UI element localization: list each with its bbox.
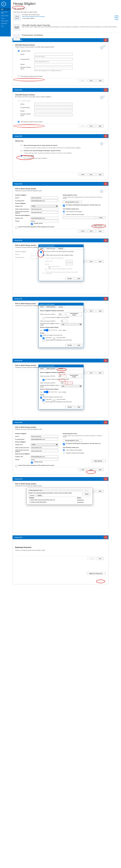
radio-existing-datafile[interactable]: [63, 214, 65, 215]
nav-item-options[interactable]: Seçenekler: [0, 22, 11, 25]
next-button[interactable]: İleri >: [88, 310, 96, 312]
checkbox-remember-password[interactable]: [31, 462, 33, 464]
checkbox-smtp-auth[interactable]: [40, 251, 42, 253]
next-button[interactable]: İleri >: [88, 79, 96, 82]
add-account-pill[interactable]: Hesap Ekle: [13, 7, 26, 10]
checkbox-remove-after-days[interactable]: [42, 337, 44, 339]
radio-exchange[interactable]: [21, 145, 23, 146]
input-name[interactable]: [34, 53, 72, 56]
cancel-button[interactable]: İptal: [97, 468, 104, 471]
radio-activesync[interactable]: [21, 150, 23, 152]
back-button[interactable]: < Geri: [78, 173, 87, 176]
ok-button[interactable]: Tamam: [65, 344, 74, 346]
nav-item-office-account[interactable]: Office Hesabı: [0, 14, 11, 17]
input-password[interactable]: [31, 220, 58, 222]
input-name[interactable]: [31, 196, 58, 199]
next-button[interactable]: İleri >: [88, 173, 96, 176]
input-pop-port[interactable]: [59, 313, 65, 315]
checkbox-auto-test[interactable]: [63, 205, 65, 207]
tab-outgoing[interactable]: Giden Sunucusu: [45, 367, 57, 370]
auto-replies-button[interactable]: Otomatik Yanıtlar: [13, 24, 20, 31]
next-button[interactable]: İleri >: [88, 230, 96, 232]
close-button[interactable]: [103, 477, 108, 480]
slider-timeout[interactable]: [43, 329, 57, 332]
tab-tasks[interactable]: Görevler: [28, 494, 36, 497]
input-smtp-port[interactable]: [61, 381, 68, 384]
input-email[interactable]: [34, 58, 72, 61]
checkbox-spa[interactable]: [15, 226, 17, 228]
input-remove-days[interactable]: [53, 337, 56, 339]
cancel-button[interactable]: İptal: [97, 310, 104, 312]
input-outgoing[interactable]: [31, 211, 58, 214]
next-button[interactable]: İleri >: [88, 125, 96, 127]
radio-new-datafile[interactable]: [63, 449, 65, 451]
close-button[interactable]: [103, 134, 108, 138]
tab-general[interactable]: Genel: [39, 306, 45, 308]
cancel-button[interactable]: İptal: [97, 490, 104, 493]
input-username[interactable]: [31, 455, 58, 458]
input-email[interactable]: [31, 438, 58, 440]
checkbox-remove-on-delete[interactable]: [42, 340, 44, 342]
select-account-type[interactable]: POP3: [31, 205, 58, 207]
checkbox-remove-after-days[interactable]: [42, 399, 44, 401]
checkbox-ssl[interactable]: [42, 317, 44, 319]
checkbox-remove-on-delete[interactable]: [42, 402, 44, 403]
change-link[interactable]: Değiştir: [114, 15, 119, 20]
close-button[interactable]: [103, 239, 108, 242]
help-button[interactable]: ?: [99, 359, 103, 362]
select-encryption[interactable]: Yok: [61, 323, 82, 326]
select-account-type[interactable]: POP3: [31, 443, 58, 446]
close-button[interactable]: [103, 536, 108, 539]
input-remove-days[interactable]: [53, 399, 56, 401]
use-defaults-button[interactable]: Varsayılanları Kullan: [66, 374, 82, 378]
radio-same-settings[interactable]: [42, 254, 44, 256]
checkbox-spa[interactable]: [15, 465, 17, 467]
owa-url[interactable]: https://testexchange2013.office.local/ow…: [22, 16, 45, 18]
nav-item-exit[interactable]: Çıkış: [0, 25, 11, 27]
cancel-button[interactable]: İptal: [75, 344, 82, 346]
close-button[interactable]: [103, 421, 108, 424]
cancel-button[interactable]: İptal: [97, 79, 104, 82]
account-settings-tile[interactable]: Hesap Ayarları: [13, 14, 21, 21]
help-button[interactable]: ?: [99, 297, 103, 300]
help-button[interactable]: ?: [99, 182, 103, 185]
tab-advanced[interactable]: Gelişmiş: [57, 368, 64, 370]
tab-general[interactable]: Genel: [39, 367, 45, 370]
radio-new-datafile[interactable]: [63, 211, 65, 213]
close-button[interactable]: [103, 297, 108, 300]
input-password[interactable]: [34, 63, 72, 66]
tab-general[interactable]: Genel: [39, 247, 45, 250]
cancel-button[interactable]: İptal: [97, 260, 104, 263]
close-button[interactable]: [103, 88, 108, 92]
next-button[interactable]: İleri >: [88, 260, 96, 263]
cancel-button[interactable]: İptal: [75, 277, 82, 280]
checkbox-leave-copy[interactable]: [40, 397, 42, 399]
tab-advanced[interactable]: Gelişmiş: [57, 306, 64, 308]
tab-outgoing[interactable]: Giden Sunucusu: [45, 247, 57, 250]
help-button[interactable]: ?: [99, 88, 103, 92]
back-button[interactable]: < Geri: [78, 468, 87, 471]
radio-existing-datafile[interactable]: [63, 452, 65, 454]
cancel-button[interactable]: İptal: [97, 173, 104, 176]
radio-pop-imap[interactable]: [21, 155, 23, 157]
input-incoming[interactable]: [31, 446, 58, 449]
input-name[interactable]: [31, 435, 58, 437]
input-username[interactable]: [31, 217, 58, 219]
radio-manual-setup[interactable]: [18, 75, 20, 77]
input-incoming[interactable]: [31, 208, 58, 210]
radio-email-account[interactable]: [18, 50, 20, 52]
select-encryption[interactable]: SSL: [61, 385, 82, 387]
ok-button[interactable]: Tamam: [65, 406, 74, 408]
radio-manual-setup[interactable]: [18, 121, 20, 123]
input-password-confirm[interactable]: [34, 67, 72, 69]
more-settings-button[interactable]: Diğer Ayarlar ...: [92, 460, 106, 462]
ok-button[interactable]: Tamam: [65, 277, 74, 280]
add-another-account-button[interactable]: Başka bir hesap ekle...: [87, 572, 105, 575]
nav-item-info[interactable]: Bilgi: [0, 8, 11, 10]
finish-button[interactable]: Son: [97, 557, 104, 560]
checkbox-auto-test[interactable]: [63, 443, 65, 445]
test-account-button[interactable]: Hesap Ayarlarını Sına...: [63, 439, 82, 442]
input-email[interactable]: [31, 199, 58, 202]
more-settings-button[interactable]: Diğer Ayarlar ...: [92, 224, 106, 227]
tab-outgoing[interactable]: Giden Sunucusu: [45, 306, 57, 308]
